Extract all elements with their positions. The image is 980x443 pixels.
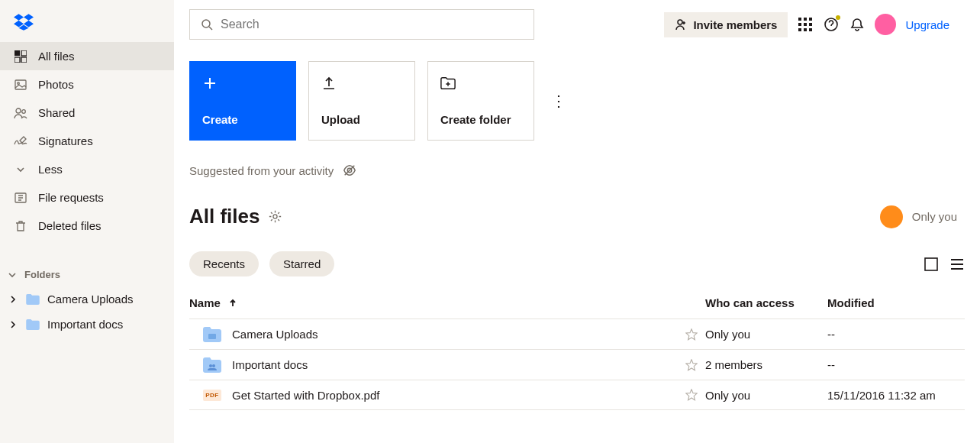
create-folder-label: Create folder — [440, 113, 521, 126]
settings-button[interactable] — [269, 210, 282, 223]
invite-members-button[interactable]: Invite members — [664, 12, 788, 37]
tiles-icon — [14, 50, 27, 63]
file-table: Name Who can access Modified Camera Uplo… — [189, 296, 965, 410]
svg-rect-16 — [809, 23, 812, 26]
nav-deleted-files[interactable]: Deleted files — [0, 212, 174, 240]
starred-filter[interactable]: Starred — [269, 251, 334, 276]
star-button[interactable] — [678, 328, 705, 341]
column-access-header[interactable]: Who can access — [705, 296, 827, 309]
action-row: Create Upload Create folder ⋮ — [189, 61, 965, 141]
svg-rect-17 — [798, 28, 801, 31]
table-row[interactable]: Camera Uploads Only you -- — [189, 319, 965, 349]
column-modified-header[interactable]: Modified — [827, 296, 965, 309]
nav-shared[interactable]: Shared — [0, 99, 174, 127]
nav-label: Less — [38, 163, 63, 176]
image-icon — [14, 79, 27, 91]
nav-less[interactable]: Less — [0, 155, 174, 183]
svg-rect-18 — [804, 28, 807, 31]
table-body: Camera Uploads Only you -- Important doc… — [189, 319, 965, 410]
svg-point-26 — [212, 364, 215, 367]
nav-label: All files — [38, 50, 75, 63]
suggested-label: Suggested from your activity — [189, 164, 334, 177]
folders-section: Folders Camera Uploads Important docs — [0, 263, 174, 337]
svg-point-5 — [18, 82, 20, 84]
folder-tree-item[interactable]: Important docs — [0, 312, 174, 337]
nav-file-requests[interactable]: File requests — [0, 183, 174, 212]
recents-filter[interactable]: Recents — [189, 251, 259, 276]
star-button[interactable] — [678, 359, 705, 371]
folder-label: Camera Uploads — [47, 293, 134, 306]
sort-arrow-up-icon — [228, 299, 237, 308]
sidebar: All files Photos Shared Signatures Less … — [0, 0, 174, 443]
kebab-icon: ⋮ — [551, 92, 566, 110]
signature-icon — [14, 135, 27, 147]
create-button[interactable]: Create — [189, 61, 296, 141]
suggested-row: Suggested from your activity — [189, 163, 965, 177]
help-icon[interactable] — [823, 16, 840, 33]
dropbox-logo-icon[interactable] — [14, 14, 34, 31]
folders-heading[interactable]: Folders — [0, 263, 174, 286]
table-row[interactable]: PDF Get Started with Dropbox.pdf Only yo… — [189, 380, 965, 410]
more-actions-button[interactable]: ⋮ — [546, 89, 571, 113]
nav-list: All files Photos Shared Signatures Less … — [0, 42, 174, 240]
list-view-button[interactable] — [949, 257, 965, 272]
svg-rect-2 — [15, 57, 20, 63]
title-row: All files Only you — [189, 205, 965, 228]
svg-rect-14 — [798, 23, 801, 26]
file-name: Important docs — [232, 358, 308, 371]
svg-rect-19 — [809, 28, 812, 31]
access-cell: Only you — [705, 389, 827, 402]
svg-rect-23 — [925, 258, 937, 270]
nav-all-files[interactable]: All files — [0, 42, 174, 70]
svg-rect-11 — [798, 18, 801, 21]
folder-tree-item[interactable]: Camera Uploads — [0, 286, 174, 312]
nav-label: Deleted files — [38, 219, 102, 232]
svg-point-25 — [209, 364, 212, 367]
create-label: Create — [202, 113, 283, 126]
header-row: Invite members Upgrade — [189, 9, 965, 40]
svg-rect-3 — [21, 57, 27, 63]
chevron-down-icon — [8, 270, 17, 280]
folders-heading-label: Folders — [24, 269, 60, 280]
modified-cell: -- — [827, 328, 965, 341]
member-avatar[interactable] — [880, 205, 903, 228]
star-button[interactable] — [678, 389, 705, 401]
filter-row: Recents Starred — [189, 251, 965, 276]
upgrade-link[interactable]: Upgrade — [905, 18, 949, 31]
folder-plus-icon — [440, 76, 456, 91]
svg-rect-1 — [21, 50, 27, 56]
search-input[interactable] — [221, 18, 523, 31]
bell-icon[interactable] — [849, 16, 866, 33]
people-icon — [14, 107, 27, 119]
apps-grid-icon[interactable] — [797, 16, 814, 33]
svg-point-7 — [22, 109, 26, 113]
hide-suggested-button[interactable] — [343, 163, 356, 177]
nav-photos[interactable]: Photos — [0, 70, 174, 99]
nav-label: Photos — [38, 78, 74, 91]
main-content: Invite members Upgrade Create Upload Cre… — [174, 0, 980, 443]
table-header: Name Who can access Modified — [189, 296, 965, 319]
file-name: Camera Uploads — [232, 328, 318, 341]
grid-view-button[interactable] — [924, 257, 939, 272]
search-icon — [201, 18, 213, 31]
table-row[interactable]: Important docs 2 members -- — [189, 349, 965, 380]
inbox-icon — [14, 192, 27, 204]
access-cell: 2 members — [705, 358, 827, 371]
svg-rect-15 — [804, 23, 807, 26]
search-box[interactable] — [189, 9, 534, 40]
svg-rect-24 — [208, 334, 216, 339]
nav-signatures[interactable]: Signatures — [0, 127, 174, 155]
access-summary: Only you — [912, 210, 957, 223]
column-name-header[interactable]: Name — [189, 296, 678, 309]
chevron-right-icon — [8, 296, 18, 303]
upload-label: Upload — [321, 113, 402, 126]
folder-label: Important docs — [47, 318, 123, 331]
svg-point-10 — [678, 20, 682, 24]
shared-folder-icon — [203, 357, 221, 373]
avatar[interactable] — [875, 14, 896, 35]
upload-button[interactable]: Upload — [308, 61, 415, 141]
upload-icon — [321, 76, 337, 91]
create-folder-button[interactable]: Create folder — [427, 61, 534, 141]
page-title: All files — [189, 205, 260, 228]
logo-container — [0, 14, 174, 42]
